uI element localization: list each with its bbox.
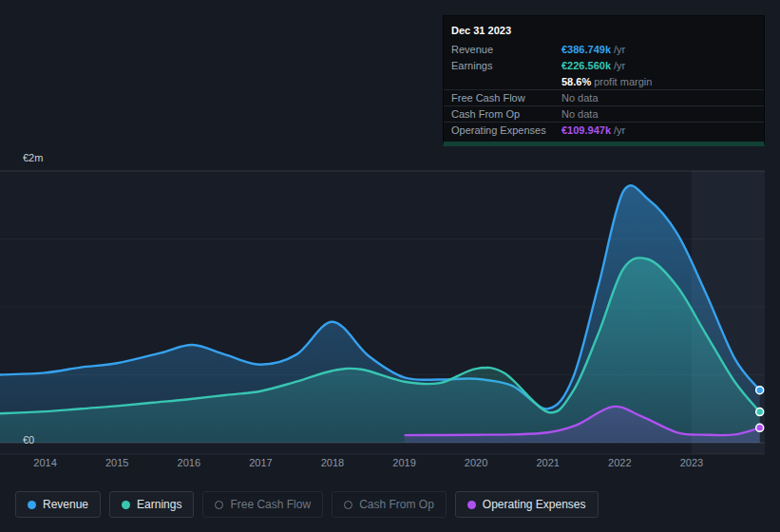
legend-label: Earnings — [137, 498, 181, 511]
revenue-marker — [756, 387, 764, 394]
tooltip-row-free-cash-flow: Free Cash FlowNo data — [444, 89, 764, 105]
x-tick-label: 2019 — [392, 457, 415, 468]
legend-item-free-cash-flow[interactable]: Free Cash Flow — [202, 491, 323, 518]
legend-item-cash-from-op[interactable]: Cash From Op — [332, 491, 447, 518]
x-tick-label: 2016 — [178, 457, 200, 468]
x-tick-label: 2018 — [321, 457, 344, 468]
tooltip-row-suffix: /yr — [614, 60, 625, 71]
tooltip-row-value: €226.560k — [561, 60, 611, 71]
earnings-legend-dot-icon — [122, 501, 130, 509]
legend-item-earnings[interactable]: Earnings — [109, 491, 194, 518]
legend-label: Operating Expenses — [483, 498, 586, 511]
tooltip-row-cash-from-op: Cash From OpNo data — [444, 105, 764, 122]
x-tick-label: 2023 — [680, 457, 703, 468]
operating-expenses-legend-dot-icon — [467, 501, 476, 509]
tooltip-row-value: No data — [561, 108, 599, 120]
earnings-revenue-history-page: Dec 31 2023 Revenue€386.749k/yrEarnings€… — [0, 0, 780, 532]
tooltip-row-value: No data — [561, 92, 599, 104]
tooltip-row-value: 58.6% — [561, 76, 591, 87]
tooltip-row-earnings: Earnings€226.560k/yr — [444, 57, 764, 73]
tooltip-row-suffix: /yr — [614, 124, 625, 136]
tooltip-row-value: €109.947k — [561, 124, 611, 136]
tooltip-row-revenue: Revenue€386.749k/yr — [444, 41, 764, 57]
legend-label: Revenue — [43, 498, 88, 511]
tooltip-row-value: €386.749k — [561, 44, 611, 55]
tooltip-row-operating-expenses: Operating Expenses€109.947k/yr — [444, 122, 764, 138]
chart-tooltip: Dec 31 2023 Revenue€386.749k/yrEarnings€… — [443, 15, 765, 146]
tooltip-row-label: Operating Expenses — [451, 124, 561, 136]
tooltip-rows: Revenue€386.749k/yrEarnings€226.560k/yr5… — [444, 41, 764, 138]
tooltip-row-profit-margin: 58.6%profit margin — [444, 73, 764, 89]
y-axis-max-label: €2m — [23, 152, 43, 163]
tooltip-row-suffix: /yr — [614, 44, 625, 55]
legend: RevenueEarningsFree Cash FlowCash From O… — [15, 491, 599, 518]
tooltip-row-label: Free Cash Flow — [451, 92, 561, 104]
legend-label: Cash From Op — [359, 498, 434, 511]
legend-item-revenue[interactable]: Revenue — [15, 491, 101, 518]
tooltip-row-suffix: profit margin — [594, 76, 652, 87]
x-tick-label: 2017 — [249, 457, 272, 468]
tooltip-date: Dec 31 2023 — [444, 19, 764, 41]
free-cash-flow-legend-dot-icon — [215, 501, 223, 509]
x-tick-label: 2022 — [608, 457, 631, 468]
tooltip-row-label: Earnings — [451, 60, 561, 71]
x-tick-label: 2021 — [536, 457, 559, 468]
x-tick-label: 2014 — [33, 457, 56, 468]
chart-plot[interactable]: 2014201520162017201820192020202120222023 — [0, 152, 765, 475]
legend-item-operating-expenses[interactable]: Operating Expenses — [455, 491, 599, 518]
earnings-marker — [756, 408, 764, 416]
revenue-legend-dot-icon — [28, 501, 36, 509]
legend-label: Free Cash Flow — [230, 498, 311, 511]
cash-from-op-legend-dot-icon — [344, 501, 352, 509]
x-tick-label: 2020 — [465, 457, 487, 468]
y-axis-min-label: €0 — [23, 434, 34, 446]
tooltip-row-label: Revenue — [451, 44, 561, 55]
x-tick-label: 2015 — [105, 457, 128, 468]
operating-expenses-marker — [756, 424, 764, 431]
tooltip-row-label: Cash From Op — [451, 108, 561, 120]
